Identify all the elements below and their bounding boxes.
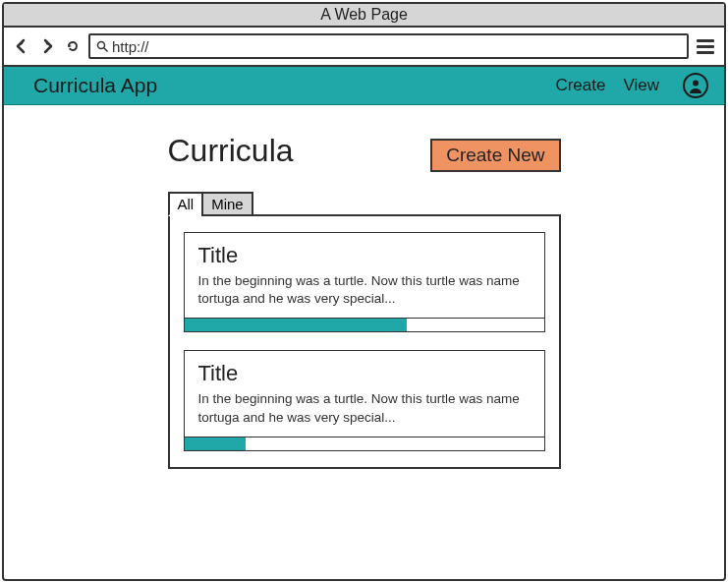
create-new-button[interactable]: Create New — [430, 139, 560, 172]
tabs: All Mine — [168, 192, 561, 216]
card-description: In the beginning was a turtle. Now this … — [198, 390, 531, 426]
browser-window: A Web Page Curricula App Create View Cur… — [2, 2, 726, 581]
reload-button[interactable] — [63, 36, 83, 56]
browser-toolbar — [4, 28, 724, 67]
app-title: Curricula App — [33, 74, 537, 97]
progress-bar — [185, 437, 544, 450]
svg-line-1 — [104, 48, 107, 51]
svg-point-2 — [693, 81, 699, 87]
forward-button[interactable] — [37, 36, 57, 56]
back-button[interactable] — [12, 36, 31, 56]
curriculum-card[interactable]: Title In the beginning was a turtle. Now… — [184, 350, 545, 450]
app-navbar: Curricula App Create View — [4, 67, 724, 105]
user-icon — [687, 77, 704, 94]
menu-button[interactable] — [695, 35, 716, 57]
curriculum-card[interactable]: Title In the beginning was a turtle. Now… — [184, 232, 545, 332]
tab-all[interactable]: All — [168, 192, 204, 216]
tab-mine[interactable]: Mine — [201, 192, 253, 216]
card-title: Title — [198, 361, 531, 386]
url-input[interactable] — [112, 38, 681, 55]
svg-point-0 — [98, 42, 105, 49]
card-description: In the beginning was a turtle. Now this … — [198, 272, 531, 308]
progress-fill — [185, 437, 246, 450]
window-title: A Web Page — [4, 4, 724, 28]
progress-fill — [185, 319, 408, 331]
nav-link-view[interactable]: View — [623, 76, 659, 95]
page-header: Curricula Create New — [168, 133, 561, 172]
url-bar[interactable] — [88, 33, 689, 59]
card-title: Title — [198, 243, 531, 268]
user-avatar[interactable] — [683, 73, 708, 98]
cards-panel: Title In the beginning was a turtle. Now… — [168, 214, 561, 469]
page-content: Curricula Create New All Mine Title In t… — [4, 105, 724, 579]
progress-bar — [185, 318, 544, 331]
page-title: Curricula — [168, 133, 294, 169]
search-icon — [96, 40, 108, 52]
nav-link-create[interactable]: Create — [555, 76, 605, 95]
